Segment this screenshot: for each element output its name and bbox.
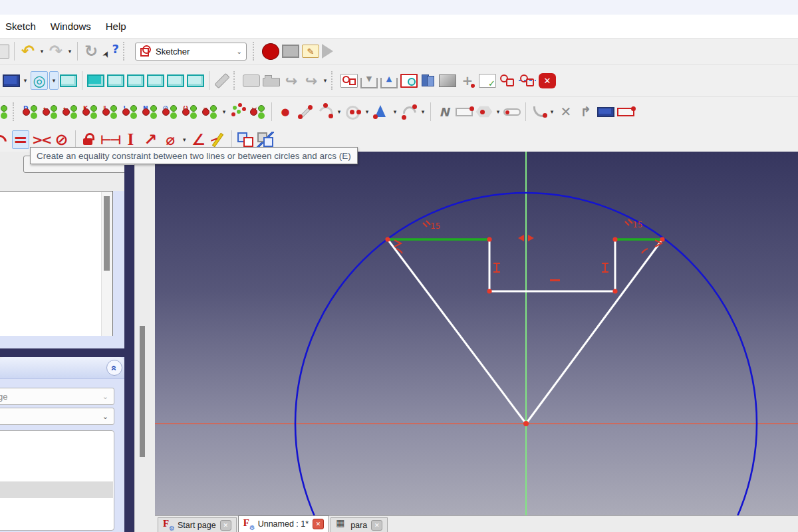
radius-dropdown[interactable]: ▾ bbox=[180, 131, 188, 148]
create-point-button[interactable]: ● bbox=[277, 102, 294, 121]
trim-edge-button[interactable]: ✕ bbox=[557, 102, 575, 121]
radius-constraint-button[interactable]: ⌀ bbox=[162, 130, 179, 149]
fit-all-button[interactable]: ◎ bbox=[31, 71, 48, 90]
whats-this-button[interactable] bbox=[102, 42, 120, 61]
sketch-white-lines[interactable] bbox=[388, 239, 662, 424]
select-constraints-button[interactable]: ← bbox=[42, 104, 59, 120]
nav-cube-button[interactable] bbox=[3, 74, 20, 87]
tab-start-page[interactable]: Start page bbox=[158, 517, 237, 532]
angle-constraint-button[interactable]: ∠ bbox=[190, 130, 207, 149]
create-slot-button[interactable] bbox=[503, 108, 521, 116]
menu-item[interactable]: Sketch bbox=[5, 18, 44, 35]
panel-scrollbar[interactable] bbox=[134, 152, 156, 532]
select-dof-button[interactable]: D bbox=[22, 104, 39, 120]
select-conflicting-button[interactable]: ∥ bbox=[102, 104, 119, 120]
list-item-selected[interactable] bbox=[0, 481, 113, 498]
leave-sketch-button[interactable]: ▼ bbox=[360, 78, 378, 88]
distance-constraint-button[interactable]: ↗ bbox=[142, 130, 159, 149]
macro-edit-button[interactable]: ✎ bbox=[302, 45, 319, 58]
polygon-dropdown[interactable]: ▾ bbox=[494, 103, 502, 120]
create-rectangle-button[interactable] bbox=[456, 108, 473, 116]
select-elements-assoc-button[interactable]: ← bbox=[62, 104, 79, 120]
select-unconstrained-button[interactable]: K bbox=[82, 104, 99, 120]
tree-scrollbar-thumb[interactable] bbox=[104, 196, 110, 271]
arc-dropdown[interactable]: ▾ bbox=[335, 103, 343, 120]
validate-sketch-button[interactable] bbox=[479, 74, 496, 88]
create-bspline-button[interactable] bbox=[400, 104, 418, 120]
snell-constraint-button[interactable] bbox=[209, 132, 227, 148]
symmetric-constraint-button[interactable]: >< bbox=[32, 130, 51, 149]
mode-combo[interactable]: ⌄ bbox=[0, 408, 114, 425]
create-polyline-button[interactable]: N bbox=[436, 102, 453, 121]
external-geometry-button[interactable] bbox=[597, 107, 614, 117]
clone-button[interactable] bbox=[0, 104, 9, 120]
constraint-tools-dropdown[interactable]: ▾ bbox=[220, 103, 228, 120]
edit-sketch-button[interactable]: ▲ bbox=[380, 78, 398, 88]
tree-view[interactable] bbox=[0, 191, 113, 337]
create-part-button[interactable] bbox=[243, 74, 260, 87]
close-icon[interactable] bbox=[371, 520, 382, 531]
view-isometric-button[interactable] bbox=[60, 74, 77, 87]
element-filter-combo[interactable]: ge ⌄ bbox=[0, 388, 114, 405]
select-redundant-button[interactable]: ! bbox=[122, 104, 139, 120]
menu-item[interactable]: Help bbox=[106, 18, 134, 35]
refresh-button[interactable]: ↻ bbox=[82, 42, 100, 61]
symmetric-pair-button[interactable]: () bbox=[182, 104, 199, 120]
lock-constraint-button[interactable] bbox=[80, 132, 98, 148]
chevrons-up-icon[interactable] bbox=[106, 360, 122, 376]
view-top-button[interactable] bbox=[107, 74, 124, 87]
merge-sketches-button[interactable] bbox=[499, 72, 516, 88]
macro-record-button[interactable] bbox=[262, 43, 279, 60]
make-link-button[interactable]: ↪ bbox=[283, 71, 300, 90]
redo-dropdown[interactable]: ▾ bbox=[66, 43, 74, 60]
stop-operation-button[interactable]: ✕ bbox=[539, 73, 556, 88]
select-malformed-button[interactable]: N bbox=[142, 104, 159, 120]
workbench-selector[interactable]: Sketcher ⌄ bbox=[135, 43, 247, 61]
equal-pair-button[interactable]: = bbox=[201, 104, 219, 120]
circle-dropdown[interactable]: ▾ bbox=[363, 103, 371, 120]
map-sketch-button[interactable] bbox=[439, 74, 456, 87]
sketch-points[interactable] bbox=[385, 237, 664, 426]
undo-button[interactable]: ↶ bbox=[19, 42, 37, 61]
elements-list[interactable] bbox=[0, 430, 114, 531]
create-group-button[interactable] bbox=[263, 78, 280, 86]
sketch-canvas[interactable]: 15 15 bbox=[155, 152, 798, 515]
horizontal-distance-button[interactable]: ⊢⊣ bbox=[100, 130, 120, 149]
tangent-constraint-button[interactable] bbox=[0, 133, 9, 146]
macro-stop-button[interactable] bbox=[282, 45, 299, 58]
block-constraint-button[interactable]: ⊘ bbox=[53, 130, 70, 149]
close-icon[interactable] bbox=[313, 519, 324, 529]
nav-style-dropdown[interactable]: ▾ bbox=[21, 72, 29, 89]
tab-para[interactable]: para bbox=[331, 517, 388, 532]
redo-button[interactable]: ↷ bbox=[47, 42, 65, 61]
toggle-active-button[interactable] bbox=[257, 132, 274, 148]
undo-dropdown[interactable]: ▾ bbox=[38, 43, 46, 60]
create-line-button[interactable] bbox=[297, 104, 314, 119]
create-conic-button[interactable] bbox=[372, 104, 390, 120]
make-sub-link-button[interactable]: ↪ bbox=[303, 71, 320, 90]
fit-dropdown[interactable]: ▾ bbox=[49, 71, 59, 90]
measure-button[interactable] bbox=[214, 72, 229, 88]
link-dropdown[interactable]: ▾ bbox=[321, 72, 329, 89]
create-fillet-button[interactable] bbox=[533, 106, 544, 117]
create-sketch-button[interactable] bbox=[340, 74, 358, 88]
view-right-button[interactable] bbox=[127, 74, 144, 87]
carbon-copy-button[interactable] bbox=[617, 108, 634, 116]
create-polygon-button[interactable] bbox=[475, 106, 493, 118]
menu-item[interactable]: Windows bbox=[51, 18, 99, 35]
view-section-button[interactable] bbox=[420, 73, 436, 88]
view-left-button[interactable] bbox=[187, 74, 204, 87]
view-rear-button[interactable] bbox=[147, 74, 164, 87]
view-front-button[interactable] bbox=[87, 74, 104, 87]
view-sketch-button[interactable] bbox=[400, 74, 418, 88]
paste-icon[interactable] bbox=[0, 45, 9, 59]
conic-dropdown[interactable]: ▾ bbox=[391, 103, 399, 120]
reorient-sketch-button[interactable]: + bbox=[459, 71, 476, 90]
macro-play-button[interactable] bbox=[322, 44, 333, 59]
tasks-panel-header[interactable] bbox=[0, 357, 124, 379]
mirror-sketch-button[interactable] bbox=[519, 72, 536, 88]
equal-constraint-button[interactable]: = bbox=[12, 130, 29, 149]
select-origin-button[interactable] bbox=[229, 104, 247, 119]
remove-constraints-button[interactable]: ✕ bbox=[249, 104, 267, 120]
close-icon[interactable] bbox=[220, 520, 231, 531]
